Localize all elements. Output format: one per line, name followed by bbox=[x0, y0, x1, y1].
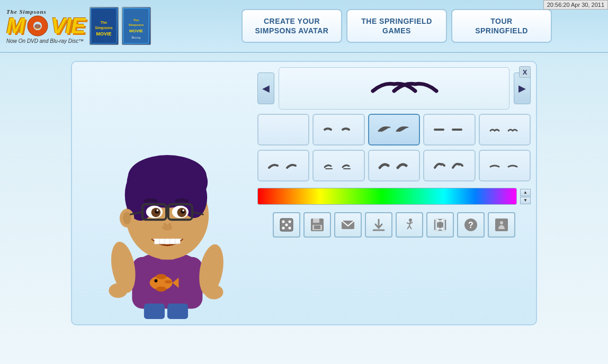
color-section: ▲ ▼ bbox=[257, 188, 531, 205]
svg-point-27 bbox=[156, 286, 166, 292]
svg-text:Blu-ray: Blu-ray bbox=[132, 36, 141, 39]
springfield-games-button[interactable]: THE SPRINGFIELDGAMES bbox=[346, 9, 447, 43]
header: The Simpsons M 🍩 VIE Now On DVD and Blu-… bbox=[0, 0, 608, 53]
svg-point-26 bbox=[156, 274, 166, 279]
prev-arrow-button[interactable]: ◀ bbox=[257, 72, 274, 104]
eyebrow-option-2[interactable] bbox=[312, 114, 364, 145]
svg-line-70 bbox=[409, 226, 412, 229]
animate-button[interactable] bbox=[396, 212, 423, 238]
email-button[interactable] bbox=[334, 212, 362, 238]
character-area bbox=[77, 67, 252, 319]
eyebrow-option-3[interactable] bbox=[368, 114, 420, 145]
randomize-icon bbox=[279, 217, 294, 232]
logo-subtitle: Now On DVD and Blu-ray Disc™ bbox=[6, 38, 84, 44]
svg-point-57 bbox=[289, 221, 291, 223]
avatar-svg bbox=[83, 86, 247, 319]
fullscreen-button[interactable] bbox=[426, 212, 454, 238]
eyebrow-option-4[interactable] bbox=[423, 114, 475, 145]
preview-eyebrow-svg bbox=[341, 72, 447, 104]
svg-line-71 bbox=[407, 223, 409, 224]
svg-text:Simpsons: Simpsons bbox=[129, 23, 144, 26]
timestamp: 20:56:20 Apr 30, 2011 bbox=[543, 0, 608, 10]
share-icon bbox=[494, 217, 509, 232]
svg-point-58 bbox=[282, 227, 285, 230]
preview-display bbox=[279, 67, 509, 110]
svg-point-48 bbox=[156, 210, 158, 212]
movie-word2: VIE bbox=[51, 15, 85, 37]
color-down-button[interactable]: ▼ bbox=[520, 197, 531, 204]
customization-area: ◀ ▶ bbox=[257, 67, 531, 319]
animate-icon bbox=[402, 217, 417, 232]
logo-text: The Simpsons M 🍩 VIE Now On DVD and Blu-… bbox=[6, 8, 85, 44]
movie-logo: M 🍩 VIE bbox=[6, 15, 85, 37]
dvd-box-2: The Simpsons MOVIE Blu-ray bbox=[122, 7, 151, 45]
eyebrow-option-6[interactable] bbox=[257, 150, 309, 181]
donut-icon: 🍩 bbox=[26, 15, 49, 37]
dvd-box-1: The Simpsons MOVIE bbox=[90, 7, 119, 45]
svg-text:?: ? bbox=[468, 221, 473, 230]
randomize-button[interactable] bbox=[273, 212, 300, 238]
svg-rect-64 bbox=[314, 225, 320, 229]
color-bar bbox=[258, 188, 516, 204]
svg-text:MOVIE: MOVIE bbox=[129, 29, 143, 33]
eyebrow-options-row2 bbox=[257, 150, 531, 181]
svg-point-67 bbox=[409, 219, 412, 222]
svg-point-36 bbox=[123, 212, 131, 224]
share-button[interactable] bbox=[488, 212, 515, 238]
svg-rect-62 bbox=[313, 219, 319, 223]
dvd-boxes: The Simpsons MOVIE The Simpsons MOVIE Bl… bbox=[90, 7, 151, 45]
svg-text:🍩: 🍩 bbox=[34, 23, 41, 30]
svg-rect-22 bbox=[167, 304, 188, 319]
color-up-button[interactable]: ▲ bbox=[520, 189, 531, 196]
svg-text:The: The bbox=[101, 21, 108, 24]
dvd-box-1-inner: The Simpsons MOVIE bbox=[90, 7, 118, 44]
eyebrow-option-7[interactable] bbox=[312, 150, 364, 181]
svg-text:MOVIE: MOVIE bbox=[96, 31, 112, 37]
svg-point-49 bbox=[182, 210, 184, 212]
eyebrow-option-5[interactable] bbox=[479, 114, 531, 145]
preview-row: ◀ ▶ bbox=[257, 67, 531, 110]
svg-rect-21 bbox=[144, 304, 165, 319]
panel-body: ◀ ▶ bbox=[72, 62, 536, 324]
download-icon bbox=[371, 217, 386, 232]
svg-point-34 bbox=[128, 155, 207, 198]
svg-point-50 bbox=[162, 224, 173, 231]
svg-text:The: The bbox=[133, 19, 139, 22]
svg-point-28 bbox=[165, 280, 172, 284]
nav-buttons: CREATE YOURSIMPSONS AVATAR THE SPRINGFIE… bbox=[196, 9, 608, 43]
eyebrow-option-1[interactable] bbox=[257, 114, 309, 145]
help-button[interactable]: ? bbox=[457, 212, 485, 238]
color-bar-container[interactable] bbox=[257, 188, 517, 205]
svg-point-19 bbox=[109, 284, 127, 298]
main-content: X bbox=[0, 53, 608, 333]
eyebrow-option-9[interactable] bbox=[423, 150, 475, 181]
svg-point-59 bbox=[289, 227, 291, 230]
logo-area: The Simpsons M 🍩 VIE Now On DVD and Blu-… bbox=[0, 3, 196, 49]
svg-point-20 bbox=[204, 285, 223, 299]
eyebrow-option-10[interactable] bbox=[479, 150, 531, 181]
svg-point-25 bbox=[154, 279, 157, 283]
toolbar: ? bbox=[257, 209, 531, 241]
svg-text:Simpsons: Simpsons bbox=[95, 26, 113, 30]
color-arrows: ▲ ▼ bbox=[520, 189, 531, 204]
create-avatar-button[interactable]: CREATE YOURSIMPSONS AVATAR bbox=[242, 9, 342, 43]
avatar-panel: X bbox=[71, 61, 537, 325]
fullscreen-icon bbox=[433, 217, 448, 232]
svg-point-78 bbox=[500, 221, 503, 224]
close-button[interactable]: X bbox=[519, 66, 531, 78]
save-icon bbox=[310, 217, 325, 232]
email-icon bbox=[341, 217, 355, 232]
svg-point-56 bbox=[282, 221, 285, 223]
download-button[interactable] bbox=[365, 212, 392, 238]
help-icon: ? bbox=[463, 217, 478, 232]
eyebrow-options-row1 bbox=[257, 114, 531, 145]
movie-word: M bbox=[6, 15, 24, 37]
tour-springfield-button[interactable]: TOURSPRINGFIELD bbox=[451, 9, 552, 43]
dvd-box-2-inner: The Simpsons MOVIE Blu-ray bbox=[122, 7, 150, 44]
save-button[interactable] bbox=[303, 212, 331, 238]
eyebrow-option-8[interactable] bbox=[368, 150, 420, 181]
svg-point-60 bbox=[285, 224, 288, 226]
